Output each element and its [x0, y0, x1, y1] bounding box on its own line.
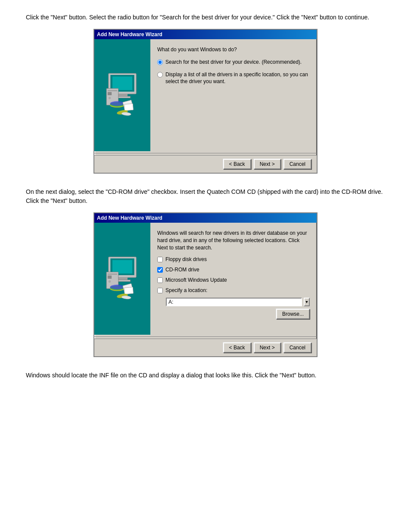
dialog-1-next-button[interactable]: Next > [254, 159, 281, 169]
svg-rect-13 [124, 103, 134, 110]
step-3-text: On the next dialog, select the "CD-ROM d… [26, 187, 385, 205]
dialog-1-separator [94, 153, 317, 153]
dialog-2-separator [94, 336, 317, 337]
dialog-2-body: Windows will search for new drivers in i… [94, 223, 317, 335]
svg-rect-6 [108, 90, 117, 91]
radio-group-1: Search for the best driver for your devi… [157, 59, 310, 85]
dialog-1-footer: < Back Next > Cancel [94, 155, 317, 173]
radio-display-list[interactable] [157, 72, 163, 78]
dialog-2-title: Add New Hardware Wizard [97, 215, 162, 221]
checkbox-floppy-label: Floppy disk drives [165, 256, 207, 262]
browse-row: Browse... [166, 309, 310, 319]
radio-item-2: Display a list of all the drivers in a s… [157, 71, 310, 86]
svg-point-15 [121, 112, 131, 116]
svg-rect-7 [108, 92, 112, 95]
location-input[interactable] [166, 298, 302, 306]
svg-point-11 [110, 101, 124, 106]
svg-point-24 [109, 280, 111, 283]
step-4-text: Windows should locate the INF file on th… [26, 371, 385, 380]
step-2: Click the "Next" button. Select the radi… [26, 13, 385, 174]
checkbox-specify[interactable] [157, 288, 163, 293]
dialog-1-cancel-button[interactable]: Cancel [283, 159, 311, 169]
step-2-text: Click the "Next" button. Select the radi… [26, 13, 385, 22]
checkbox-floppy[interactable] [157, 257, 163, 262]
svg-point-31 [121, 296, 131, 299]
svg-rect-19 [117, 277, 128, 280]
checkbox-cdrom[interactable] [157, 267, 163, 273]
svg-point-27 [110, 285, 124, 289]
dialog-2-next-button[interactable]: Next > [254, 342, 281, 353]
dialog-2-titlebar: Add New Hardware Wizard [94, 213, 317, 223]
dialog-1-title: Add New Hardware Wizard [97, 31, 162, 37]
svg-rect-3 [117, 94, 128, 96]
dialog-2-back-button[interactable]: < Back [223, 342, 251, 353]
dialog-1-body: What do you want Windows to do? Search f… [94, 39, 317, 151]
checkbox-winupdate[interactable] [157, 277, 163, 283]
dialog-2-footer: < Back Next > Cancel [94, 339, 317, 356]
svg-rect-23 [108, 276, 112, 279]
location-dropdown[interactable]: ▼ [304, 298, 310, 306]
dialog-1-sidebar [94, 39, 150, 151]
dialog-2-cancel-button[interactable]: Cancel [283, 342, 311, 353]
dialog-1-question: What do you want Windows to do? [157, 46, 310, 53]
dialog-2-description: Windows will search for new drivers in i… [157, 230, 310, 251]
dialog-2: Add New Hardware Wizard [93, 212, 318, 357]
dialog-2-content: Windows will search for new drivers in i… [150, 223, 317, 335]
dialog-1-titlebar: Add New Hardware Wizard [94, 30, 317, 39]
dialog-1-back-button[interactable]: < Back [223, 159, 251, 169]
checkbox-cdrom-label: CD-ROM drive [165, 267, 199, 273]
location-input-row: ▼ [166, 298, 310, 306]
svg-rect-22 [108, 274, 117, 275]
svg-rect-29 [124, 287, 134, 294]
radio-search-best[interactable] [157, 59, 163, 65]
checkbox-winupdate-item: Microsoft Windows Update [157, 277, 310, 283]
checkbox-winupdate-label: Microsoft Windows Update [165, 277, 227, 283]
radio-label-2: Display a list of all the drivers in a s… [165, 71, 310, 86]
svg-rect-2 [112, 77, 132, 90]
checkbox-floppy-item: Floppy disk drives [157, 256, 310, 262]
step-3: On the next dialog, select the "CD-ROM d… [26, 187, 385, 357]
computer-icon [99, 69, 146, 121]
dialog-1: Add New Hardware Wizard [93, 29, 318, 174]
dialog-1-content: What do you want Windows to do? Search f… [150, 39, 317, 151]
dialog-2-sidebar [94, 223, 150, 335]
computer-icon-2 [99, 253, 146, 305]
step-4: Windows should locate the INF file on th… [26, 371, 385, 380]
radio-label-1: Search for the best driver for your devi… [165, 59, 302, 66]
browse-button[interactable]: Browse... [276, 309, 310, 319]
checkbox-specify-label: Specify a location: [165, 287, 207, 293]
svg-rect-18 [112, 260, 132, 274]
svg-point-8 [109, 97, 111, 100]
radio-item-1: Search for the best driver for your devi… [157, 59, 310, 66]
checkbox-specify-item: Specify a location: [157, 287, 310, 293]
checkbox-cdrom-item: CD-ROM drive [157, 267, 310, 273]
